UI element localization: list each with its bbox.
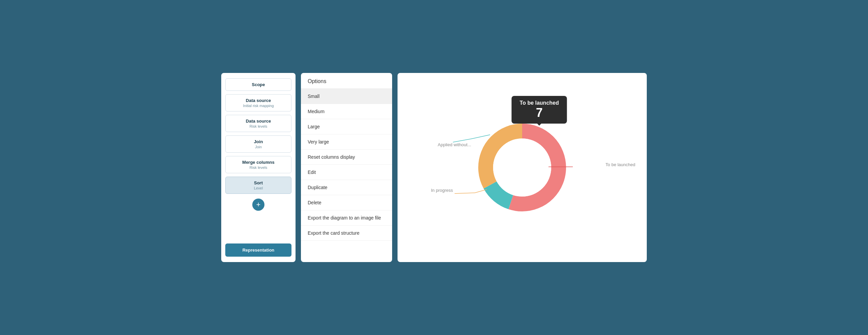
join-title: Join [228, 139, 288, 144]
chart-area: To be launched 7 Applied without... In p… [428, 90, 617, 245]
sort-title: Sort [228, 180, 288, 185]
svg-line-1 [453, 139, 471, 142]
donut-center [493, 138, 551, 197]
tooltip-title: To be launched [520, 100, 559, 106]
sort-sub: Level [228, 186, 288, 190]
tooltip-value: 7 [520, 106, 559, 120]
option-export-card[interactable]: Export the card structure [301, 226, 392, 241]
option-large[interactable]: Large [301, 119, 392, 134]
merge-columns-title: Merge columns [228, 160, 288, 165]
option-reset-columns[interactable]: Reset columns display [301, 150, 392, 165]
data-source-1-sub: Initial risk mapping [228, 104, 288, 108]
middle-panel: Options Small Medium Large Very large Re… [301, 73, 392, 262]
left-panel: Scope Data source Initial risk mapping D… [221, 73, 296, 262]
label-applied-without: Applied without... [438, 142, 471, 147]
join-sub: Join [228, 145, 288, 149]
option-medium[interactable]: Medium [301, 104, 392, 119]
scope-title: Scope [228, 82, 288, 87]
join-item[interactable]: Join Join [225, 135, 291, 153]
right-panel: To be launched 7 Applied without... In p… [398, 73, 647, 262]
merge-columns-sub: Risk levels [228, 165, 288, 170]
option-very-large[interactable]: Very large [301, 134, 392, 150]
tooltip: To be launched 7 [512, 96, 567, 124]
main-container: Scope Data source Initial risk mapping D… [221, 73, 647, 262]
add-button[interactable]: + [252, 199, 264, 211]
scope-item[interactable]: Scope [225, 78, 291, 91]
data-source-1-item[interactable]: Data source Initial risk mapping [225, 94, 291, 111]
data-source-1-title: Data source [228, 98, 288, 103]
option-edit[interactable]: Edit [301, 165, 392, 180]
data-source-2-sub: Risk levels [228, 124, 288, 128]
option-delete[interactable]: Delete [301, 195, 392, 210]
representation-button[interactable]: Representation [225, 243, 291, 257]
donut-chart [471, 117, 573, 218]
data-source-2-item[interactable]: Data source Risk levels [225, 115, 291, 132]
option-export-image[interactable]: Export the diagram to an image file [301, 210, 392, 226]
sort-item[interactable]: Sort Level [225, 177, 291, 194]
option-duplicate[interactable]: Duplicate [301, 180, 392, 195]
options-title: Options [301, 78, 392, 89]
option-small[interactable]: Small [301, 89, 392, 104]
label-to-be-launched: To be launched [606, 162, 635, 167]
merge-columns-item[interactable]: Merge columns Risk levels [225, 156, 291, 173]
options-list: Small Medium Large Very large Reset colu… [301, 89, 392, 241]
label-in-progress: In progress [431, 188, 453, 193]
data-source-2-title: Data source [228, 119, 288, 124]
